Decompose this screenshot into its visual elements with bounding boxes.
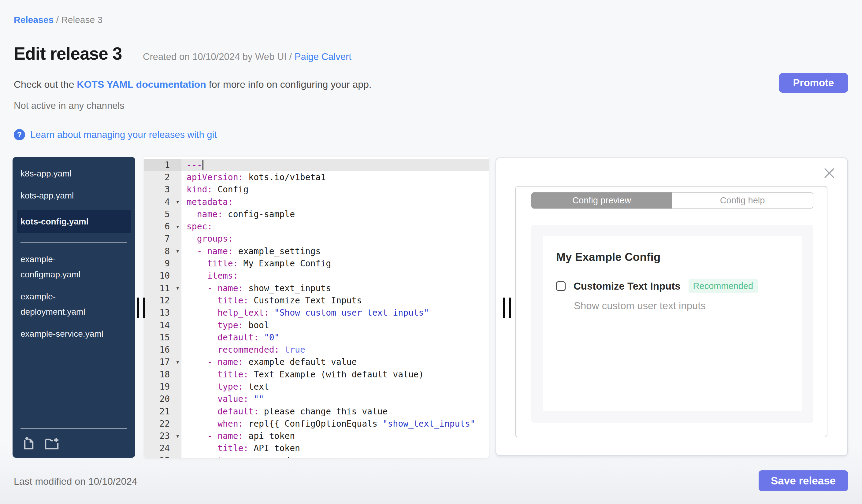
line-number-gutter: 6▾	[144, 220, 181, 233]
tab-config-help[interactable]: Config help	[672, 193, 813, 209]
line-number-gutter: 5	[144, 208, 181, 220]
docs-suffix: for more info on configuring your app.	[206, 79, 372, 90]
fold-arrow-icon[interactable]: ▾	[176, 433, 179, 439]
fold-arrow-icon[interactable]: ▾	[176, 248, 179, 254]
fold-arrow-icon[interactable]: ▾	[176, 285, 179, 291]
question-mark-icon[interactable]: ?	[14, 129, 25, 141]
code-line[interactable]: 22 when: repl{{ ConfigOptionEquals "show…	[144, 417, 489, 430]
code-line[interactable]: 13 help_text: "Show custom user text inp…	[144, 307, 489, 319]
docs-link[interactable]: KOTS YAML documentation	[77, 79, 206, 90]
file-list: k8s-app.yamlkots-app.yamlkots-config.yam…	[13, 157, 135, 342]
code-line[interactable]: 14 type: bool	[144, 319, 489, 331]
line-number-gutter: 16	[144, 343, 181, 356]
code-line[interactable]: 23▾ - name: api_token	[144, 430, 489, 442]
line-number-gutter: 9	[144, 257, 181, 269]
line-number-gutter: 22	[144, 417, 181, 430]
config-card: My Example Config Customize Text Inputs …	[543, 236, 802, 411]
line-number-gutter: 1	[144, 159, 181, 171]
channel-status: Not active in any channels	[14, 100, 125, 111]
breadcrumb-separator: /	[56, 15, 61, 25]
line-number-gutter: 18	[144, 368, 181, 381]
file-list-divider	[21, 242, 127, 242]
sidebar-footer	[13, 428, 135, 458]
text-cursor	[203, 160, 204, 170]
code-line[interactable]: 3kind: Config	[144, 184, 489, 196]
file-tree-sidebar: k8s-app.yamlkots-app.yamlkots-config.yam…	[13, 157, 135, 458]
config-preview-area: My Example Config Customize Text Inputs …	[531, 225, 813, 423]
line-number-gutter: 20	[144, 393, 181, 405]
git-docs-link[interactable]: Learn about managing your releases with …	[30, 129, 217, 141]
code-line[interactable]: 15 default: "0"	[144, 331, 489, 343]
code-line[interactable]: 2apiVersion: kots.io/v1beta1	[144, 171, 489, 183]
line-number-gutter: 25	[144, 454, 181, 458]
sidebar-resize-handle[interactable]	[138, 297, 145, 318]
file-tree-item[interactable]: kots-app.yaml	[13, 188, 112, 203]
recommended-badge: Recommended	[689, 279, 758, 293]
file-tree-item[interactable]: example-deployment.yaml	[13, 289, 112, 320]
config-preview-container: Config preview Config help My Example Co…	[515, 186, 827, 437]
page-title: Edit release 3	[14, 43, 122, 64]
line-number-gutter: 14	[144, 319, 181, 331]
fold-arrow-icon[interactable]: ▾	[176, 224, 179, 230]
tab-config-preview[interactable]: Config preview	[531, 193, 672, 209]
file-tree-item[interactable]: example-service.yaml	[13, 326, 112, 342]
line-number-gutter: 24	[144, 442, 181, 454]
line-number-gutter: 23▾	[144, 430, 181, 442]
customize-text-inputs-checkbox[interactable]	[556, 281, 565, 291]
release-editor: k8s-app.yamlkots-app.yamlkots-config.yam…	[0, 157, 862, 458]
close-icon[interactable]	[823, 167, 836, 180]
line-number-gutter: 3	[144, 184, 181, 196]
line-number-gutter: 10	[144, 270, 181, 282]
code-line[interactable]: 19 type: text	[144, 381, 489, 393]
code-line[interactable]: 20 value: ""	[144, 393, 489, 405]
code-line[interactable]: 10 items:	[144, 270, 489, 282]
created-text: Created on 10/10/2024 by Web UI /	[143, 51, 295, 62]
code-line[interactable]: 21 default: please change this value	[144, 405, 489, 417]
code-line[interactable]: 11▾ - name: show_text_inputs	[144, 282, 489, 294]
code-line[interactable]: 7 groups:	[144, 233, 489, 245]
code-line[interactable]: 4▾metadata:	[144, 196, 489, 208]
config-preview-panel: Config preview Config help My Example Co…	[496, 158, 848, 456]
line-number-gutter: 7	[144, 233, 181, 245]
code-line[interactable]: 9 title: My Example Config	[144, 257, 489, 269]
save-release-button[interactable]: Save release	[759, 470, 848, 491]
yaml-code-editor[interactable]: 1---2apiVersion: kots.io/v1beta13kind: C…	[144, 157, 489, 458]
created-line: Created on 10/10/2024 by Web UI / Paige …	[143, 51, 351, 62]
line-number-gutter: 15	[144, 331, 181, 343]
code-line[interactable]: 25 type: password	[144, 454, 489, 458]
code-line[interactable]: 6▾spec:	[144, 220, 489, 233]
line-number-gutter: 2	[144, 171, 181, 183]
line-number-gutter: 8▾	[144, 245, 181, 257]
new-folder-icon[interactable]	[44, 436, 60, 450]
breadcrumb: Releases / Release 3	[14, 15, 103, 25]
file-tree-item[interactable]: k8s-app.yaml	[13, 166, 112, 181]
config-group-title: My Example Config	[556, 251, 788, 264]
config-tabs: Config preview Config help	[531, 193, 813, 209]
code-line[interactable]: 8▾ - name: example_settings	[144, 245, 489, 257]
config-item-label: Customize Text Inputs	[574, 280, 681, 292]
code-line[interactable]: 12 title: Customize Text Inputs	[144, 294, 489, 306]
fold-arrow-icon[interactable]: ▾	[176, 359, 179, 365]
git-help-line: ? Learn about managing your releases wit…	[14, 129, 217, 141]
code-line[interactable]: 16 recommended: true	[144, 343, 489, 356]
line-number-gutter: 13	[144, 307, 181, 319]
code-line[interactable]: 5 name: config-sample	[144, 208, 489, 220]
code-line[interactable]: 1---	[144, 159, 489, 171]
file-tree-item[interactable]: example-configmap.yaml	[13, 252, 112, 282]
docs-line: Check out the KOTS YAML documentation fo…	[14, 79, 372, 90]
config-item-help: Show custom user text inputs	[574, 300, 788, 311]
fold-arrow-icon[interactable]: ▾	[176, 199, 179, 205]
file-tree-item[interactable]: kots-config.yaml	[17, 210, 131, 233]
editor-resize-handle[interactable]	[503, 297, 511, 318]
new-file-icon[interactable]	[22, 436, 36, 450]
breadcrumb-releases-link[interactable]: Releases	[14, 15, 53, 25]
author-link[interactable]: Paige Calvert	[295, 51, 351, 62]
code-line[interactable]: 24 title: API token	[144, 442, 489, 454]
docs-prefix: Check out the	[14, 79, 77, 90]
code-line[interactable]: 18 title: Text Example (with default val…	[144, 368, 489, 381]
code-line[interactable]: 17▾ - name: example_default_value	[144, 356, 489, 368]
last-modified-text: Last modified on 10/10/2024	[14, 476, 138, 487]
line-number-gutter: 11▾	[144, 282, 181, 294]
line-number-gutter: 12	[144, 294, 181, 306]
promote-button[interactable]: Promote	[779, 73, 848, 93]
